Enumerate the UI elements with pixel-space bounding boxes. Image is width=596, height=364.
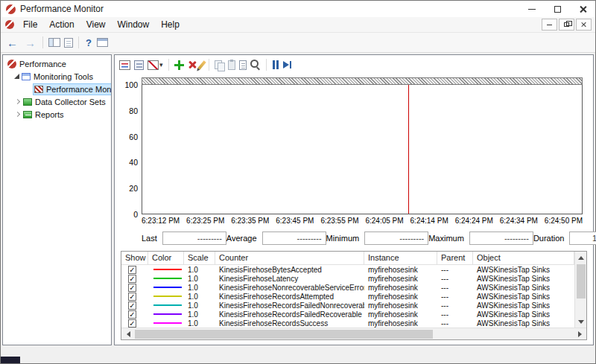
tree-item-data-collector-sets[interactable]: Data Collector Sets [3, 95, 111, 108]
counter-show-cell: ✓ [121, 301, 148, 310]
header-show[interactable]: Show [121, 252, 148, 264]
header-color[interactable]: Color [148, 252, 184, 264]
minimize-button[interactable] [519, 1, 545, 17]
collapsed-arrow-icon[interactable] [15, 112, 20, 117]
highlight-icon[interactable] [197, 60, 206, 70]
forward-arrow-icon[interactable]: → [23, 37, 37, 48]
show-hide-console-tree-icon[interactable] [48, 38, 60, 47]
counter-row[interactable]: ✓1.0KinesisFirehoseRecordsFailedNonrecov… [121, 301, 574, 310]
paste-counter-list-icon[interactable] [228, 60, 235, 70]
show-checkbox[interactable]: ✓ [128, 301, 136, 310]
menu-action[interactable]: Action [43, 18, 80, 31]
counter-color-cell [148, 287, 184, 288]
header-counter[interactable]: Counter [215, 252, 364, 264]
counter-row[interactable]: ✓1.0KinesisFirehoseRecordsSuccessmyfireh… [121, 319, 574, 328]
counter-row[interactable]: ✓1.0KinesisFirehoseLatencymyfirehosesink… [121, 274, 574, 283]
graph-plot-area[interactable] [142, 85, 583, 214]
update-data-icon[interactable] [283, 60, 292, 69]
counter-row[interactable]: ✓1.0KinesisFirehoseNonrecoverableService… [121, 283, 574, 292]
show-checkbox[interactable]: ✓ [128, 284, 136, 292]
delete-counter-icon[interactable] [188, 60, 197, 69]
y-tick-label: 0 [133, 211, 138, 218]
freeze-display-icon[interactable] [272, 60, 279, 69]
counter-object-cell: AWSKinesisTap Sinks [473, 301, 574, 310]
show-checkbox[interactable]: ✓ [128, 319, 136, 328]
x-tick-label: 6:23:12 PM [142, 217, 180, 226]
copy-properties-icon[interactable] [215, 60, 224, 70]
counter-row[interactable]: ✓1.0KinesisFirehoseRecordsFailedRecovera… [121, 310, 574, 319]
collapsed-arrow-icon[interactable] [15, 99, 20, 104]
show-checkbox[interactable]: ✓ [128, 275, 136, 283]
stat-value-box: --------- [162, 232, 226, 245]
counter-parent-cell: --- [437, 275, 473, 283]
counter-show-cell: ✓ [121, 266, 148, 274]
graph-section: 100806040200 6:23:12 PM6:23:25 PM6:23:35… [115, 74, 593, 226]
maximize-button[interactable] [545, 1, 570, 17]
tree-item-reports[interactable]: Reports [3, 108, 111, 121]
child-restore-button[interactable] [559, 19, 574, 31]
view-log-data-icon[interactable] [134, 60, 144, 70]
nav-toolbar: ← → ? [1, 33, 595, 53]
show-checkbox[interactable]: ✓ [128, 293, 136, 301]
table-vertical-scrollbar[interactable] [574, 252, 586, 328]
scroll-left-button[interactable] [123, 330, 133, 339]
child-minimize-button[interactable] [542, 19, 557, 31]
change-graph-type-button[interactable]: ▾ [148, 58, 163, 71]
table-horizontal-scrollbar[interactable] [121, 328, 586, 339]
stat-average: Average --------- [226, 232, 326, 245]
stat-value-box: --------- [262, 232, 326, 245]
counter-show-cell: ✓ [121, 293, 148, 301]
child-close-button[interactable] [576, 19, 592, 31]
counter-table: Show Color Scale Counter Instance Parent… [121, 251, 587, 340]
menu-view[interactable]: View [80, 18, 112, 31]
show-checkbox[interactable]: ✓ [128, 310, 136, 319]
scroll-down-button[interactable] [576, 317, 586, 326]
tree-item-performance[interactable]: Performance [3, 57, 111, 70]
toolbar-separator [168, 59, 169, 71]
vertical-scroll-thumb[interactable] [577, 264, 586, 298]
view-current-activity-icon[interactable] [119, 60, 130, 70]
counter-name-cell: KinesisFirehoseRecordsFailedRecoverable [215, 310, 364, 319]
counter-row[interactable]: ✓1.0KinesisFirehoseRecordsAttemptedmyfir… [121, 292, 574, 301]
toolbar-separator [266, 59, 267, 71]
time-bar [142, 77, 583, 85]
scroll-up-button[interactable] [576, 253, 586, 262]
properties-icon[interactable] [239, 60, 247, 70]
counter-scale-cell: 1.0 [184, 293, 215, 301]
new-window-icon[interactable] [97, 38, 108, 47]
counter-object-cell: AWSKinesisTap Sinks [473, 293, 574, 301]
counter-row[interactable]: ✓1.0KinesisFirehoseBytesAcceptedmyfireho… [121, 265, 574, 274]
restore-icon [564, 22, 569, 27]
menu-file[interactable]: File [17, 18, 43, 31]
close-button[interactable] [570, 1, 595, 17]
tree-item-monitoring-tools[interactable]: Monitoring Tools [3, 70, 111, 83]
toolbar-separator [209, 59, 209, 71]
scroll-right-button[interactable] [574, 330, 585, 339]
counter-scale-cell: 1.0 [184, 284, 215, 292]
zoom-icon[interactable] [250, 60, 261, 70]
horizontal-scroll-thumb[interactable] [135, 330, 433, 339]
export-list-icon[interactable] [64, 38, 73, 48]
help-icon[interactable]: ? [84, 38, 93, 48]
stat-duration: Duration 1:40 [533, 232, 596, 245]
tree-item-performance-monitor[interactable]: Performance Monitor [3, 83, 111, 95]
counter-color-cell [148, 269, 184, 270]
y-axis-labels: 100806040200 [119, 81, 142, 218]
header-parent[interactable]: Parent [437, 252, 473, 264]
child-window-icon [5, 20, 14, 29]
show-checkbox[interactable]: ✓ [128, 266, 136, 274]
back-arrow-icon[interactable]: ← [5, 37, 19, 48]
expanded-arrow-icon[interactable] [14, 74, 19, 79]
console-tree-panel: Performance Monitoring Tools Performance… [2, 54, 112, 345]
add-counter-icon[interactable] [174, 60, 184, 70]
monitoring-tools-icon [22, 73, 31, 80]
header-scale[interactable]: Scale [184, 252, 215, 264]
horizontal-scroll-track[interactable] [135, 330, 573, 339]
tree-item-label: Performance [19, 60, 66, 68]
menu-help[interactable]: Help [155, 18, 186, 31]
header-instance[interactable]: Instance [364, 252, 437, 264]
data-collector-sets-icon [23, 98, 32, 106]
menu-bar: File Action View Window Help [1, 17, 595, 33]
menu-window[interactable]: Window [112, 18, 156, 31]
header-object[interactable]: Object [473, 252, 574, 264]
